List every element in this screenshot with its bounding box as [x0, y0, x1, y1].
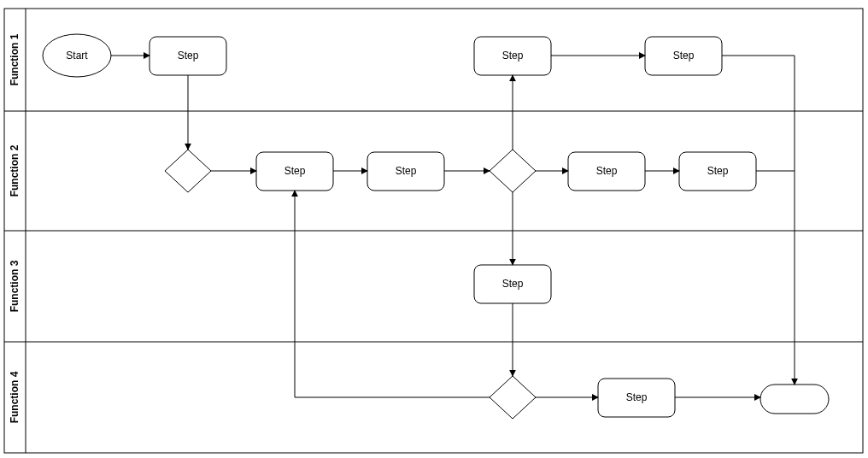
step-s1[interactable]: Step	[150, 37, 226, 75]
svg-marker-16	[490, 376, 536, 419]
step-s4-label: Step	[596, 165, 618, 177]
decision-1[interactable]	[165, 150, 211, 192]
step-s7-label: Step	[673, 50, 695, 62]
lane-label-1: Function 1	[9, 33, 21, 85]
decision-2[interactable]	[490, 150, 536, 192]
swimlane-diagram: Function 1 Function 2 Function 3 Functio…	[0, 0, 868, 458]
lane-label-2: Function 2	[9, 144, 21, 197]
edge-s7-end	[722, 56, 795, 385]
step-s3[interactable]: Step	[367, 152, 444, 191]
step-s6-label: Step	[502, 50, 524, 62]
lane-label-3: Function 3	[9, 260, 21, 312]
step-s3-label: Step	[396, 165, 417, 177]
step-s6[interactable]: Step	[474, 37, 551, 75]
step-s7[interactable]: Step	[645, 37, 722, 75]
step-s5-label: Step	[707, 165, 729, 177]
svg-marker-7	[165, 150, 211, 192]
svg-marker-10	[490, 150, 536, 192]
start-label: Start	[66, 50, 88, 62]
svg-rect-18	[760, 385, 829, 414]
step-s8-label: Step	[502, 278, 524, 290]
step-s5[interactable]: Step	[679, 152, 756, 191]
step-s9-label: Step	[626, 391, 648, 403]
step-s4[interactable]: Step	[568, 152, 645, 191]
lane-label-4: Function 4	[9, 371, 21, 423]
step-s9[interactable]: Step	[598, 379, 675, 417]
step-s2-label: Step	[284, 165, 306, 177]
step-s8[interactable]: Step	[474, 265, 551, 303]
decision-3[interactable]	[490, 376, 536, 419]
end-node[interactable]	[760, 385, 829, 414]
step-s1-label: Step	[178, 50, 199, 62]
step-s2[interactable]: Step	[256, 152, 333, 191]
edge-d3-s2	[295, 191, 490, 397]
start-node[interactable]: Start	[43, 34, 111, 77]
